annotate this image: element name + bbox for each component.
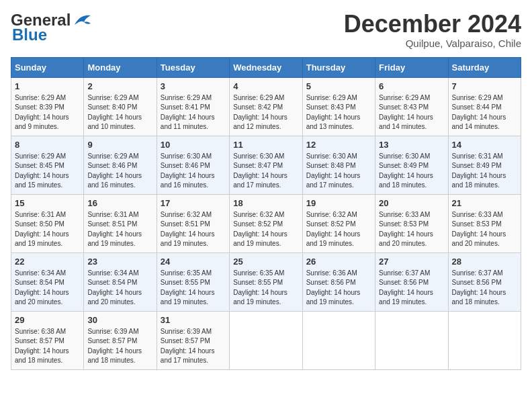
day-number: 25 — [233, 257, 298, 267]
day-info: Sunrise: 6:29 AM Sunset: 8:40 PM Dayligh… — [87, 93, 152, 132]
day-number: 10 — [161, 140, 226, 150]
day-number: 24 — [161, 257, 226, 267]
day-info: Sunrise: 6:39 AM Sunset: 8:57 PM Dayligh… — [87, 327, 152, 366]
day-number: 7 — [452, 81, 517, 91]
day-info: Sunrise: 6:35 AM Sunset: 8:55 PM Dayligh… — [233, 269, 298, 308]
day-info: Sunrise: 6:37 AM Sunset: 8:56 PM Dayligh… — [452, 269, 517, 308]
calendar-week-2: 8 Sunrise: 6:29 AM Sunset: 8:45 PM Dayli… — [11, 136, 521, 194]
day-info: Sunrise: 6:30 AM Sunset: 8:47 PM Dayligh… — [233, 152, 298, 191]
day-number: 31 — [161, 315, 226, 325]
header-sunday: Sunday — [11, 57, 84, 77]
calendar-week-1: 1 Sunrise: 6:29 AM Sunset: 8:39 PM Dayli… — [11, 77, 521, 136]
logo-blue: Blue — [12, 26, 47, 44]
title-area: December 2024 Quilpue, Valparaiso, Chile — [344, 11, 521, 49]
day-info: Sunrise: 6:33 AM Sunset: 8:53 PM Dayligh… — [379, 210, 444, 249]
day-info: Sunrise: 6:38 AM Sunset: 8:57 PM Dayligh… — [15, 327, 80, 366]
header-monday: Monday — [84, 57, 157, 77]
day-cell-13: 13 Sunrise: 6:30 AM Sunset: 8:49 PM Dayl… — [375, 136, 448, 194]
day-number: 30 — [87, 315, 152, 325]
day-info: Sunrise: 6:30 AM Sunset: 8:46 PM Dayligh… — [161, 152, 226, 191]
day-cell-9: 9 Sunrise: 6:29 AM Sunset: 8:46 PM Dayli… — [84, 136, 157, 194]
day-info: Sunrise: 6:31 AM Sunset: 8:49 PM Dayligh… — [452, 152, 517, 191]
day-info: Sunrise: 6:37 AM Sunset: 8:56 PM Dayligh… — [379, 269, 444, 308]
day-info: Sunrise: 6:31 AM Sunset: 8:51 PM Dayligh… — [87, 210, 152, 249]
day-cell-11: 11 Sunrise: 6:30 AM Sunset: 8:47 PM Dayl… — [230, 136, 302, 194]
calendar-week-4: 22 Sunrise: 6:34 AM Sunset: 8:54 PM Dayl… — [11, 253, 521, 311]
day-cell-14: 14 Sunrise: 6:31 AM Sunset: 8:49 PM Dayl… — [448, 136, 521, 194]
day-info: Sunrise: 6:29 AM Sunset: 8:44 PM Dayligh… — [452, 93, 517, 132]
day-cell-22: 22 Sunrise: 6:34 AM Sunset: 8:54 PM Dayl… — [11, 253, 84, 311]
day-number: 20 — [379, 198, 444, 208]
day-info: Sunrise: 6:29 AM Sunset: 8:39 PM Dayligh… — [15, 93, 80, 132]
day-info: Sunrise: 6:29 AM Sunset: 8:41 PM Dayligh… — [161, 93, 226, 132]
day-info: Sunrise: 6:29 AM Sunset: 8:46 PM Dayligh… — [87, 152, 152, 191]
day-cell-21: 21 Sunrise: 6:33 AM Sunset: 8:53 PM Dayl… — [448, 194, 521, 253]
day-number: 3 — [161, 81, 226, 91]
day-info: Sunrise: 6:35 AM Sunset: 8:55 PM Dayligh… — [161, 269, 226, 308]
day-number: 16 — [87, 198, 152, 208]
day-cell-3: 3 Sunrise: 6:29 AM Sunset: 8:41 PM Dayli… — [157, 77, 229, 136]
day-info: Sunrise: 6:29 AM Sunset: 8:43 PM Dayligh… — [379, 93, 444, 132]
day-number: 9 — [87, 140, 152, 150]
day-number: 12 — [306, 140, 371, 150]
day-cell-31: 31 Sunrise: 6:39 AM Sunset: 8:57 PM Dayl… — [157, 311, 229, 369]
day-number: 6 — [379, 81, 444, 91]
day-cell-8: 8 Sunrise: 6:29 AM Sunset: 8:45 PM Dayli… — [11, 136, 84, 194]
day-cell-20: 20 Sunrise: 6:33 AM Sunset: 8:53 PM Dayl… — [375, 194, 448, 253]
day-number: 4 — [233, 81, 298, 91]
day-number: 17 — [161, 198, 226, 208]
day-number: 8 — [15, 140, 80, 150]
day-info: Sunrise: 6:34 AM Sunset: 8:54 PM Dayligh… — [87, 269, 152, 308]
day-info: Sunrise: 6:32 AM Sunset: 8:51 PM Dayligh… — [161, 210, 226, 249]
day-cell-12: 12 Sunrise: 6:30 AM Sunset: 8:48 PM Dayl… — [302, 136, 375, 194]
header-tuesday: Tuesday — [157, 57, 229, 77]
day-number: 18 — [233, 198, 298, 208]
day-info: Sunrise: 6:33 AM Sunset: 8:53 PM Dayligh… — [452, 210, 517, 249]
day-number: 2 — [87, 81, 152, 91]
header-thursday: Thursday — [302, 57, 375, 77]
day-cell-18: 18 Sunrise: 6:32 AM Sunset: 8:52 PM Dayl… — [230, 194, 302, 253]
day-cell-25: 25 Sunrise: 6:35 AM Sunset: 8:55 PM Dayl… — [230, 253, 302, 311]
day-number: 28 — [452, 257, 517, 267]
empty-cell — [302, 311, 375, 369]
logo-bird-icon — [72, 13, 93, 28]
header-saturday: Saturday — [448, 57, 521, 77]
day-info: Sunrise: 6:36 AM Sunset: 8:56 PM Dayligh… — [306, 269, 371, 308]
header-friday: Friday — [375, 57, 448, 77]
day-info: Sunrise: 6:30 AM Sunset: 8:49 PM Dayligh… — [379, 152, 444, 191]
day-info: Sunrise: 6:32 AM Sunset: 8:52 PM Dayligh… — [306, 210, 371, 249]
day-info: Sunrise: 6:30 AM Sunset: 8:48 PM Dayligh… — [306, 152, 371, 191]
day-number: 27 — [379, 257, 444, 267]
day-cell-30: 30 Sunrise: 6:39 AM Sunset: 8:57 PM Dayl… — [84, 311, 157, 369]
location: Quilpue, Valparaiso, Chile — [344, 38, 521, 49]
day-number: 1 — [15, 81, 80, 91]
day-number: 13 — [379, 140, 444, 150]
day-number: 11 — [233, 140, 298, 150]
day-cell-7: 7 Sunrise: 6:29 AM Sunset: 8:44 PM Dayli… — [448, 77, 521, 136]
day-cell-5: 5 Sunrise: 6:29 AM Sunset: 8:43 PM Dayli… — [302, 77, 375, 136]
empty-cell — [230, 311, 302, 369]
day-cell-28: 28 Sunrise: 6:37 AM Sunset: 8:56 PM Dayl… — [448, 253, 521, 311]
day-number: 14 — [452, 140, 517, 150]
day-cell-26: 26 Sunrise: 6:36 AM Sunset: 8:56 PM Dayl… — [302, 253, 375, 311]
calendar-table: Sunday Monday Tuesday Wednesday Thursday… — [11, 57, 521, 370]
day-cell-16: 16 Sunrise: 6:31 AM Sunset: 8:51 PM Dayl… — [84, 194, 157, 253]
calendar-header-row: Sunday Monday Tuesday Wednesday Thursday… — [11, 57, 521, 77]
calendar-week-5: 29 Sunrise: 6:38 AM Sunset: 8:57 PM Dayl… — [11, 311, 521, 369]
day-cell-2: 2 Sunrise: 6:29 AM Sunset: 8:40 PM Dayli… — [84, 77, 157, 136]
header-wednesday: Wednesday — [230, 57, 302, 77]
day-cell-23: 23 Sunrise: 6:34 AM Sunset: 8:54 PM Dayl… — [84, 253, 157, 311]
day-number: 15 — [15, 198, 80, 208]
calendar-week-3: 15 Sunrise: 6:31 AM Sunset: 8:50 PM Dayl… — [11, 194, 521, 253]
day-cell-1: 1 Sunrise: 6:29 AM Sunset: 8:39 PM Dayli… — [11, 77, 84, 136]
day-info: Sunrise: 6:39 AM Sunset: 8:57 PM Dayligh… — [161, 327, 226, 366]
day-info: Sunrise: 6:31 AM Sunset: 8:50 PM Dayligh… — [15, 210, 80, 249]
day-cell-27: 27 Sunrise: 6:37 AM Sunset: 8:56 PM Dayl… — [375, 253, 448, 311]
day-info: Sunrise: 6:34 AM Sunset: 8:54 PM Dayligh… — [15, 269, 80, 308]
day-cell-10: 10 Sunrise: 6:30 AM Sunset: 8:46 PM Dayl… — [157, 136, 229, 194]
page-header: General Blue December 2024 Quilpue, Valp… — [11, 11, 521, 49]
day-info: Sunrise: 6:29 AM Sunset: 8:43 PM Dayligh… — [306, 93, 371, 132]
day-info: Sunrise: 6:32 AM Sunset: 8:52 PM Dayligh… — [233, 210, 298, 249]
day-cell-4: 4 Sunrise: 6:29 AM Sunset: 8:42 PM Dayli… — [230, 77, 302, 136]
day-cell-17: 17 Sunrise: 6:32 AM Sunset: 8:51 PM Dayl… — [157, 194, 229, 253]
